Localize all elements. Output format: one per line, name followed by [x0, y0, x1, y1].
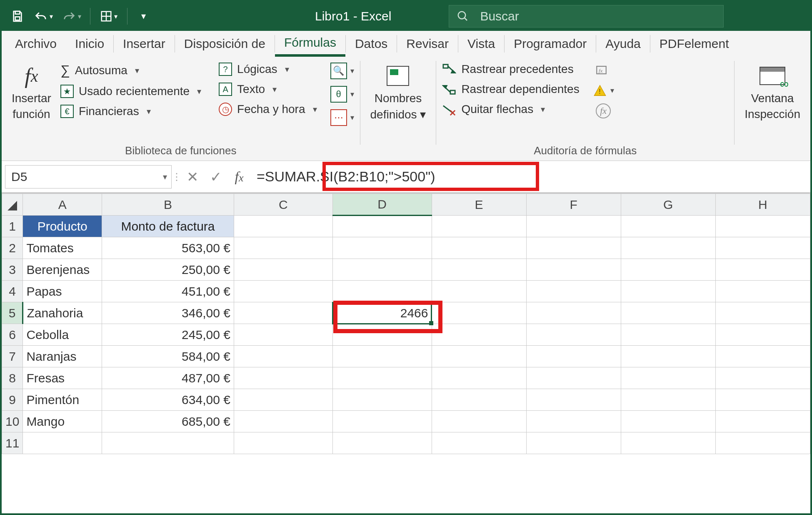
row-header[interactable]: 4	[2, 281, 23, 302]
undo-button[interactable]: ▾	[31, 6, 56, 26]
cell[interactable]	[234, 259, 332, 281]
cell[interactable]	[432, 259, 526, 281]
cell[interactable]: Pimentón	[23, 389, 102, 411]
cell[interactable]	[332, 324, 432, 346]
cell[interactable]: Tomates	[23, 237, 102, 259]
cell[interactable]	[621, 216, 715, 237]
cell[interactable]	[526, 389, 621, 411]
select-all-corner[interactable]: ◢	[2, 194, 23, 216]
cell[interactable]	[715, 411, 810, 432]
cell[interactable]	[432, 367, 526, 389]
tab-vista[interactable]: Vista	[458, 31, 504, 57]
chevron-down-icon[interactable]: ▾	[163, 172, 167, 182]
cell[interactable]	[715, 281, 810, 302]
row-header[interactable]: 6	[2, 324, 23, 346]
cell[interactable]	[432, 346, 526, 367]
tab-insertar[interactable]: Insertar	[114, 31, 175, 57]
cell[interactable]	[23, 432, 102, 454]
row-header[interactable]: 9	[2, 389, 23, 411]
cell[interactable]	[432, 324, 526, 346]
cell[interactable]	[234, 346, 332, 367]
col-header-A[interactable]: A	[23, 194, 102, 216]
rastrear-precedentes-button[interactable]: Rastrear precedentes	[442, 63, 579, 76]
cell[interactable]: Naranjas	[23, 346, 102, 367]
col-header-B[interactable]: B	[102, 194, 234, 216]
row-header[interactable]: 8	[2, 367, 23, 389]
cell[interactable]	[621, 281, 715, 302]
col-header-H[interactable]: H	[715, 194, 810, 216]
fecha-hora-button[interactable]: ◷ Fecha y hora ▾	[219, 103, 317, 116]
tab-inicio[interactable]: Inicio	[66, 31, 113, 57]
col-header-F[interactable]: F	[526, 194, 621, 216]
cell[interactable]	[715, 346, 810, 367]
cell[interactable]	[332, 367, 432, 389]
cell[interactable]	[234, 237, 332, 259]
cell[interactable]: Zanahoria	[23, 302, 102, 324]
financieras-button[interactable]: € Financieras ▾	[60, 105, 201, 118]
tab-ayuda[interactable]: Ayuda	[596, 31, 650, 57]
cancel-formula-button[interactable]: ✕	[181, 168, 204, 185]
tab-disposicion[interactable]: Disposición de	[175, 31, 275, 57]
cell[interactable]	[526, 259, 621, 281]
cell[interactable]	[715, 259, 810, 281]
save-icon[interactable]	[7, 6, 27, 26]
formula-input[interactable]: =SUMAR.SI(B2:B10;">500")	[251, 165, 810, 188]
cell[interactable]	[234, 367, 332, 389]
tab-archivo[interactable]: Archivo	[6, 31, 66, 57]
cell[interactable]	[621, 302, 715, 324]
tab-formulas[interactable]: Fórmulas	[275, 31, 345, 57]
cell-B1[interactable]: Monto de factura	[102, 216, 234, 237]
accept-formula-button[interactable]: ✓	[204, 168, 227, 185]
cell[interactable]	[621, 237, 715, 259]
show-formulas-button[interactable]: fx	[596, 63, 611, 78]
search-box[interactable]: Buscar	[449, 5, 724, 28]
cell[interactable]	[432, 389, 526, 411]
cell[interactable]	[526, 281, 621, 302]
quitar-flechas-button[interactable]: Quitar flechas ▾	[442, 103, 579, 116]
nombres-definidos-button[interactable]: Nombres definidos ▾	[366, 60, 430, 124]
cell[interactable]	[234, 324, 332, 346]
more-fn-button[interactable]: ⋯▾	[330, 109, 354, 126]
ventana-inspeccion-button[interactable]: Ventana Inspección	[740, 60, 805, 123]
cell[interactable]	[332, 346, 432, 367]
col-header-D[interactable]: D	[332, 194, 432, 216]
cell[interactable]	[234, 432, 332, 454]
cell[interactable]	[715, 389, 810, 411]
cell[interactable]	[621, 259, 715, 281]
cell[interactable]	[332, 411, 432, 432]
cell[interactable]	[715, 432, 810, 454]
cell[interactable]	[332, 216, 432, 237]
cell[interactable]	[234, 389, 332, 411]
cell[interactable]: Papas	[23, 281, 102, 302]
cell[interactable]	[332, 432, 432, 454]
customize-qat-button[interactable]: ▾	[133, 6, 153, 26]
cell[interactable]: 451,00 €	[102, 281, 234, 302]
name-box[interactable]: D5 ▾	[5, 165, 172, 188]
cell[interactable]: 487,00 €	[102, 367, 234, 389]
col-header-E[interactable]: E	[432, 194, 526, 216]
cell[interactable]	[715, 367, 810, 389]
cell[interactable]	[526, 346, 621, 367]
col-header-C[interactable]: C	[234, 194, 332, 216]
cell[interactable]: Cebolla	[23, 324, 102, 346]
cell[interactable]	[621, 432, 715, 454]
cell[interactable]: 346,00 €	[102, 302, 234, 324]
cell[interactable]	[432, 411, 526, 432]
cell[interactable]	[432, 237, 526, 259]
grid[interactable]: ◢ A B C D E F G H 1ProductoMonto de fact…	[2, 193, 810, 454]
cell[interactable]: 245,00 €	[102, 324, 234, 346]
row-header[interactable]: 3	[2, 259, 23, 281]
cell[interactable]	[621, 346, 715, 367]
cell[interactable]	[621, 411, 715, 432]
usado-recientemente-button[interactable]: ★ Usado recientemente ▾	[60, 85, 201, 98]
insert-function-button[interactable]: fx Insertar función	[7, 60, 55, 123]
cell[interactable]	[234, 411, 332, 432]
autosuma-button[interactable]: ∑ Autosuma ▾	[60, 63, 201, 78]
math-button[interactable]: θ▾	[330, 86, 354, 103]
cell[interactable]	[621, 324, 715, 346]
texto-button[interactable]: A Texto ▾	[219, 83, 317, 96]
cell[interactable]	[432, 216, 526, 237]
cell[interactable]	[526, 432, 621, 454]
logicas-button[interactable]: ? Lógicas ▾	[219, 63, 317, 76]
cell[interactable]	[432, 281, 526, 302]
